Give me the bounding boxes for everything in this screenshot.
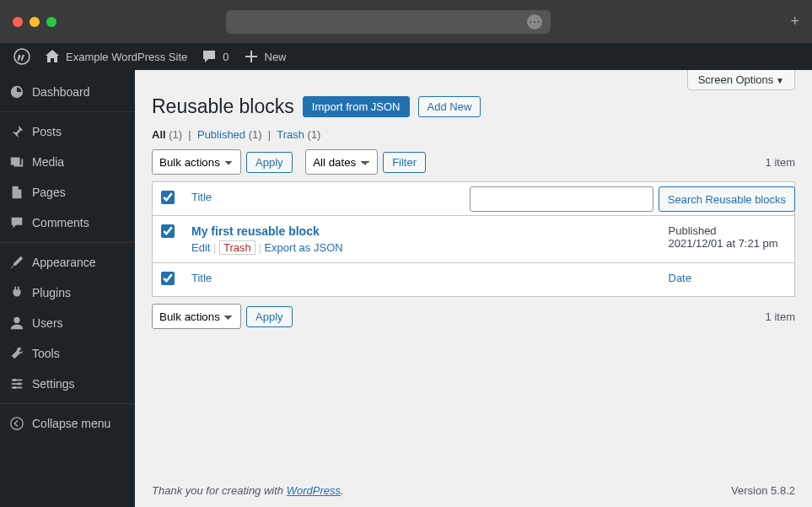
- sidebar-item-plugins[interactable]: Plugins: [0, 278, 135, 308]
- filter-all-count: (1): [169, 128, 182, 141]
- select-all-top-checkbox[interactable]: [161, 191, 175, 204]
- svg-point-1: [13, 317, 19, 323]
- traffic-lights: [13, 17, 56, 27]
- comment-icon: [201, 48, 218, 65]
- bulk-actions-select-bottom[interactable]: Bulk actions: [152, 304, 241, 329]
- import-json-button[interactable]: Import from JSON: [303, 96, 410, 117]
- minimize-window-icon[interactable]: [30, 17, 40, 27]
- wrench-icon: [8, 345, 25, 362]
- date-filter-select[interactable]: All dates: [305, 149, 378, 175]
- close-window-icon[interactable]: [13, 17, 23, 27]
- filter-trash-link[interactable]: Trash: [277, 128, 304, 141]
- trash-link[interactable]: Trash: [219, 240, 255, 255]
- content-area: Screen Options Reusable blocks Import fr…: [135, 70, 812, 507]
- user-icon: [8, 315, 25, 332]
- row-status: Published: [669, 224, 717, 237]
- tablenav-top: Bulk actions Apply All dates Filter 1 it…: [152, 149, 795, 175]
- sidebar-label-media: Media: [32, 155, 64, 169]
- sidebar-label-comments: Comments: [32, 216, 89, 229]
- sidebar-label-posts: Posts: [32, 125, 62, 138]
- settings-icon: [8, 375, 25, 392]
- sidebar-label-plugins: Plugins: [32, 286, 71, 299]
- sidebar-label-collapse: Collapse menu: [32, 417, 110, 430]
- new-tab-icon[interactable]: +: [790, 13, 799, 30]
- svg-point-7: [13, 386, 17, 390]
- block-title-link[interactable]: My first reusable block: [191, 224, 320, 238]
- plus-icon: [243, 48, 260, 65]
- new-link[interactable]: New: [236, 43, 293, 70]
- plug-icon: [8, 284, 25, 301]
- sidebar-item-settings[interactable]: Settings: [0, 369, 135, 399]
- wp-adminbar: Example WordPress Site 0 New: [0, 43, 812, 70]
- row-actions: Edit | Trash | Export as JSON: [191, 241, 652, 254]
- url-bar[interactable]: ⋯: [226, 10, 551, 34]
- search-input[interactable]: [470, 186, 653, 212]
- item-count-top: 1 item: [766, 156, 795, 169]
- filter-all-link[interactable]: All: [152, 128, 166, 141]
- table-row: My first reusable block Edit | Trash | E…: [153, 216, 795, 263]
- select-all-bottom-checkbox[interactable]: [161, 272, 175, 285]
- sidebar-item-users[interactable]: Users: [0, 308, 135, 338]
- footer: Thank you for creating with WordPress. V…: [152, 469, 795, 507]
- sidebar-item-tools[interactable]: Tools: [0, 338, 135, 369]
- sidebar-item-pages[interactable]: Pages: [0, 177, 135, 208]
- sidebar-item-collapse[interactable]: Collapse menu: [0, 408, 135, 439]
- export-json-link[interactable]: Export as JSON: [264, 241, 342, 254]
- sidebar-item-posts[interactable]: Posts: [0, 116, 135, 147]
- comments-count: 0: [223, 51, 229, 63]
- date-column-footer[interactable]: Date: [660, 263, 795, 297]
- apply-button-bottom[interactable]: Apply: [246, 306, 293, 327]
- maximize-window-icon[interactable]: [46, 17, 56, 27]
- wp-logo-link[interactable]: [7, 43, 37, 70]
- svg-point-0: [14, 49, 30, 64]
- svg-point-6: [18, 382, 21, 386]
- screen-options-button[interactable]: Screen Options: [687, 70, 795, 90]
- sidebar-label-settings: Settings: [32, 377, 75, 391]
- add-new-button[interactable]: Add New: [418, 96, 481, 117]
- apply-button-top[interactable]: Apply: [246, 152, 293, 173]
- search-button[interactable]: Search Reusable blocks: [659, 186, 795, 212]
- filter-trash-count: (1): [308, 128, 321, 141]
- dashboard-icon: [8, 84, 25, 100]
- sidebar-item-comments[interactable]: Comments: [0, 208, 135, 238]
- footer-period: .: [341, 484, 344, 497]
- tablenav-bottom: Bulk actions Apply 1 item: [152, 304, 795, 329]
- svg-point-5: [13, 379, 17, 382]
- filter-published-link[interactable]: Published: [197, 128, 245, 141]
- collapse-icon: [8, 415, 25, 432]
- bulk-actions-select-top[interactable]: Bulk actions: [152, 149, 241, 175]
- status-filter-links: All (1) | Published (1) | Trash (1): [152, 128, 795, 141]
- row-checkbox[interactable]: [161, 224, 175, 238]
- title-column-footer[interactable]: Title: [183, 263, 660, 297]
- row-date: 2021/12/01 at 7:21 pm: [669, 237, 778, 250]
- wordpress-link[interactable]: WordPress: [287, 484, 341, 497]
- sidebar-item-appearance[interactable]: Appearance: [0, 247, 135, 278]
- comments-link[interactable]: 0: [194, 43, 235, 70]
- sidebar-label-appearance: Appearance: [32, 256, 96, 269]
- media-icon: [8, 154, 25, 170]
- new-label: New: [265, 51, 287, 63]
- site-name: Example WordPress Site: [66, 51, 187, 63]
- version-label: Version 5.8.2: [731, 484, 795, 497]
- sidebar-label-users: Users: [32, 316, 63, 330]
- site-link[interactable]: Example WordPress Site: [37, 43, 194, 70]
- more-icon[interactable]: ⋯: [527, 14, 542, 30]
- item-count-bottom: 1 item: [766, 310, 795, 323]
- filter-button[interactable]: Filter: [383, 152, 426, 173]
- sidebar-label-pages: Pages: [32, 186, 66, 199]
- pin-icon: [8, 123, 25, 140]
- page-icon: [8, 184, 25, 201]
- search-box: Search Reusable blocks: [470, 186, 795, 212]
- svg-point-8: [11, 418, 23, 429]
- edit-link[interactable]: Edit: [191, 241, 210, 254]
- admin-sidebar: Dashboard Posts Media Pages Comments App…: [0, 70, 135, 507]
- home-icon: [44, 48, 61, 65]
- brush-icon: [8, 254, 25, 271]
- sidebar-item-dashboard[interactable]: Dashboard: [0, 77, 135, 107]
- sidebar-item-media[interactable]: Media: [0, 147, 135, 177]
- page-title: Reusable blocks: [152, 95, 294, 118]
- browser-chrome: ⋯ +: [0, 0, 812, 43]
- footer-thanks: Thank you for creating with: [152, 484, 287, 497]
- wordpress-icon: [13, 48, 30, 65]
- sidebar-label-dashboard: Dashboard: [32, 85, 90, 99]
